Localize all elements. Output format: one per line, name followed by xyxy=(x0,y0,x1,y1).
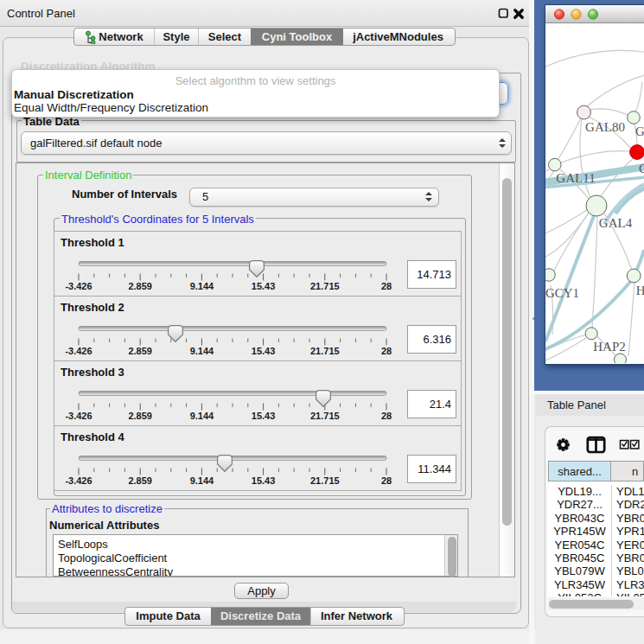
svg-text:15.43: 15.43 xyxy=(252,281,276,291)
svg-text:-3.426: -3.426 xyxy=(65,475,92,486)
svg-text:-3.426: -3.426 xyxy=(65,281,92,291)
svg-text:-3.426: -3.426 xyxy=(65,411,92,421)
svg-text:9.144: 9.144 xyxy=(190,411,214,421)
svg-text:G.: G. xyxy=(635,124,644,138)
svg-text:HAP2: HAP2 xyxy=(593,340,626,354)
svg-text:28: 28 xyxy=(381,475,392,486)
svg-text:9.144: 9.144 xyxy=(190,281,214,291)
svg-text:GAL11: GAL11 xyxy=(556,171,595,185)
svg-text:21.715: 21.715 xyxy=(310,281,340,291)
svg-text:9.144: 9.144 xyxy=(190,475,214,486)
svg-text:28: 28 xyxy=(381,411,392,421)
svg-text:21.715: 21.715 xyxy=(310,346,340,356)
svg-text:C: C xyxy=(639,162,644,175)
svg-text:9.144: 9.144 xyxy=(190,346,214,356)
svg-text:H: H xyxy=(636,284,644,297)
svg-text:2.859: 2.859 xyxy=(128,346,152,356)
svg-text:28: 28 xyxy=(381,281,392,291)
svg-text:-3.426: -3.426 xyxy=(65,346,92,356)
svg-text:GCY1: GCY1 xyxy=(545,286,579,300)
svg-text:15.43: 15.43 xyxy=(252,475,276,486)
svg-text:2.859: 2.859 xyxy=(128,411,152,421)
svg-text:21.715: 21.715 xyxy=(310,475,340,486)
svg-text:2.859: 2.859 xyxy=(128,475,152,486)
svg-text:28: 28 xyxy=(381,346,392,356)
svg-text:GAL4: GAL4 xyxy=(599,216,633,230)
svg-text:15.43: 15.43 xyxy=(252,346,276,356)
svg-text:2.859: 2.859 xyxy=(128,281,152,291)
svg-text:21.715: 21.715 xyxy=(310,411,340,421)
svg-text:15.43: 15.43 xyxy=(252,411,276,421)
svg-text:GAL80: GAL80 xyxy=(585,120,625,134)
